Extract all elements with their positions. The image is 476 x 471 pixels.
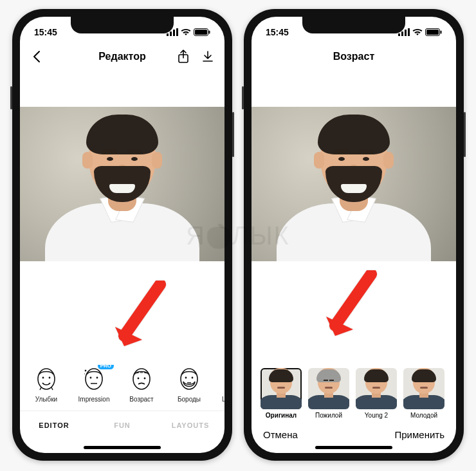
filter-label: Цвета в	[222, 396, 224, 403]
annotation-arrow	[110, 281, 168, 351]
photo-preview[interactable]	[20, 107, 224, 261]
svg-rect-29	[441, 31, 442, 34]
thumb-label: Пожилой	[315, 412, 342, 419]
age-option-young[interactable]: Молодой	[403, 368, 444, 419]
age-option-old[interactable]: Пожилой	[308, 368, 349, 419]
thumb-image	[308, 368, 349, 409]
filter-label: Улыбки	[35, 396, 57, 403]
svg-rect-3	[176, 28, 178, 36]
page-title: Возраст	[333, 51, 374, 62]
thumb-label: Молодой	[410, 412, 437, 419]
notch	[302, 17, 405, 33]
filter-hair-colors[interactable]: Цвета в	[218, 365, 224, 403]
status-icons	[167, 28, 210, 36]
filter-row[interactable]: Улыбки PRO Impression Возраст	[20, 365, 224, 405]
action-bar: Отмена Применить	[252, 423, 456, 444]
svg-rect-0	[167, 33, 169, 36]
tab-editor[interactable]: EDITOR	[20, 411, 88, 439]
status-time: 15:45	[34, 27, 57, 37]
svg-point-19	[192, 377, 194, 379]
svg-point-13	[96, 377, 98, 379]
svg-rect-25	[405, 30, 407, 36]
filter-label: Бороды	[178, 396, 201, 403]
pro-badge: PRO	[98, 365, 114, 369]
svg-point-18	[185, 377, 187, 379]
filter-label: Impression	[78, 396, 110, 403]
filter-beards[interactable]: Бороды	[170, 365, 208, 403]
svg-point-16	[144, 378, 146, 380]
svg-rect-24	[401, 32, 403, 36]
svg-point-12	[90, 377, 92, 379]
nav-bar: Возраст	[252, 42, 456, 71]
thumb-label: Оригинал	[266, 412, 297, 419]
home-indicator[interactable]	[84, 446, 161, 449]
svg-rect-6	[209, 31, 210, 34]
face-smile-icon	[32, 365, 60, 393]
photo-preview[interactable]	[252, 107, 456, 261]
phone-left: 15:45	[12, 9, 232, 461]
svg-rect-26	[408, 28, 410, 36]
annotation-arrow	[321, 270, 379, 341]
thumb-label: Young 2	[365, 412, 388, 419]
segmented-tabs: EDITOR FUN LAYOUTS	[20, 411, 224, 439]
notch	[71, 17, 174, 33]
nav-bar: Редактор	[20, 42, 224, 71]
svg-point-15	[138, 378, 140, 380]
wifi-icon	[412, 28, 423, 36]
svg-rect-23	[398, 33, 400, 36]
apply-button[interactable]: Применить	[394, 429, 444, 440]
thumb-image	[356, 368, 397, 409]
face-beard-icon	[175, 365, 203, 393]
tab-layouts[interactable]: LAYOUTS	[156, 411, 224, 439]
face-haircolor-icon	[219, 365, 224, 393]
svg-point-9	[42, 377, 44, 379]
age-options-row[interactable]: Оригинал Пожилой Young 2	[252, 368, 456, 423]
home-indicator[interactable]	[315, 446, 392, 449]
thumb-image	[261, 368, 302, 409]
share-button[interactable]	[176, 49, 191, 64]
svg-rect-1	[170, 32, 172, 36]
battery-icon	[194, 28, 210, 36]
phone-right: 15:45 Возраст	[244, 9, 464, 461]
svg-point-10	[49, 377, 51, 379]
status-time: 15:45	[266, 27, 289, 37]
filter-smiles[interactable]: Улыбки	[28, 365, 65, 403]
svg-rect-2	[173, 30, 175, 36]
download-button[interactable]	[200, 49, 215, 64]
page-title: Редактор	[98, 51, 145, 62]
back-button[interactable]	[29, 49, 44, 64]
cancel-button[interactable]: Отмена	[263, 429, 298, 440]
tab-fun[interactable]: FUN	[88, 411, 156, 439]
battery-icon	[425, 28, 442, 36]
wifi-icon	[181, 28, 191, 36]
face-age-icon	[127, 365, 156, 393]
age-option-young2[interactable]: Young 2	[356, 368, 397, 419]
age-option-original[interactable]: Оригинал	[261, 368, 302, 419]
thumb-image	[403, 368, 444, 409]
filter-impression[interactable]: PRO Impression	[75, 365, 113, 403]
filter-age[interactable]: Возраст	[123, 365, 160, 403]
status-icons	[398, 28, 442, 36]
svg-rect-28	[426, 30, 439, 35]
filter-label: Возраст	[129, 396, 153, 403]
svg-rect-5	[195, 30, 207, 35]
